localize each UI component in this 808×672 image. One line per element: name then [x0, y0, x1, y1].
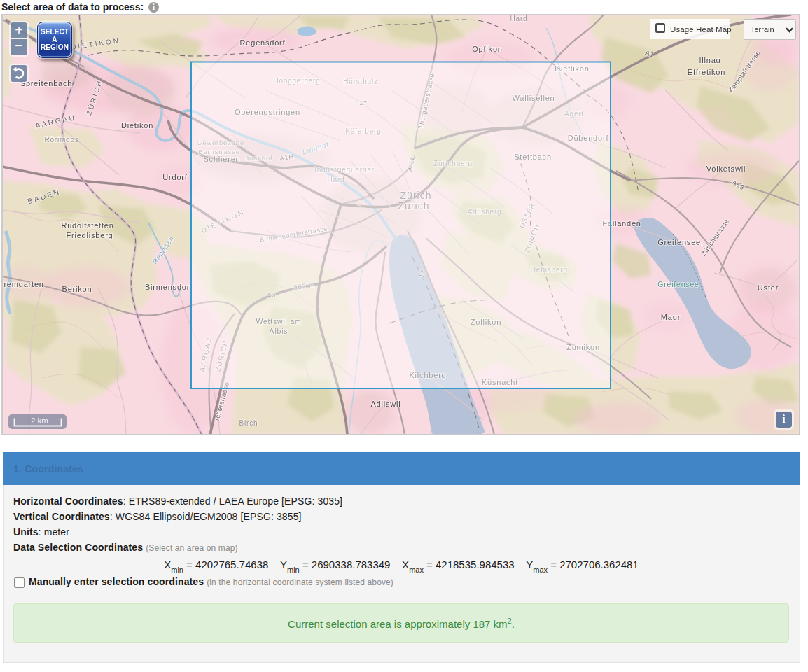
svg-text:Volketswil: Volketswil	[706, 164, 746, 173]
svg-text:Adliswil: Adliswil	[370, 400, 400, 408]
svg-text:Opfikon: Opfikon	[472, 45, 503, 53]
svg-text:Berikon: Berikon	[62, 285, 92, 293]
svg-text:Effretikon: Effretikon	[688, 68, 725, 76]
svg-text:Birmensdorf: Birmensdorf	[145, 283, 193, 291]
svg-text:Birch: Birch	[239, 419, 258, 427]
svg-text:Illnau: Illnau	[699, 56, 720, 64]
svg-text:Dietikon: Dietikon	[121, 121, 153, 130]
svg-text:Bremgarten: Bremgarten	[2, 280, 44, 288]
svg-text:Greifensee: Greifensee	[657, 280, 699, 288]
svg-text:Rudolfstetten: Rudolfstetten	[61, 221, 113, 230]
svg-text:Greifensee.: Greifensee.	[657, 238, 704, 246]
svg-text:Maur: Maur	[661, 313, 681, 321]
svg-text:Rörimoos: Rörimoos	[44, 136, 78, 144]
svg-text:Hard: Hard	[510, 15, 528, 22]
svg-text:Uster: Uster	[758, 284, 779, 292]
svg-text:Urdorf: Urdorf	[162, 173, 188, 181]
svg-text:Regensdorf: Regensdorf	[240, 38, 286, 47]
svg-text:Friedlisberg: Friedlisberg	[66, 231, 113, 239]
